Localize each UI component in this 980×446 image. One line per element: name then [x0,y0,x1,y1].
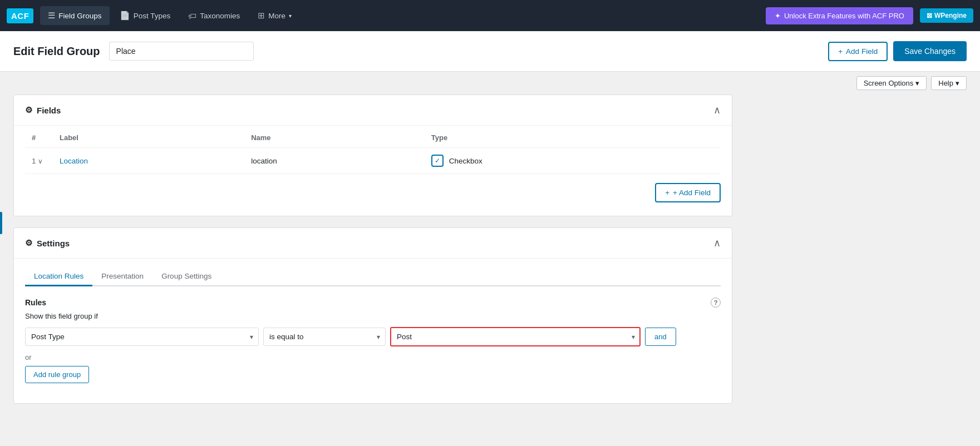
more-label: More [268,12,285,20]
add-field-label: Add Field [846,47,878,56]
settings-panel-header: ⚙ Settings ∧ [14,228,732,259]
wp-engine-logo: ⊠ WPengine [920,8,973,23]
fields-panel-body: # Label Name Type 1 ∨ Location [14,128,732,216]
col-name: Name [244,128,425,148]
screen-options-chevron-icon: ▾ [915,79,919,87]
row-chevron-icon[interactable]: ∨ [38,157,43,165]
nav-item-post-types[interactable]: 📄 Post Types [112,6,179,25]
taxonomies-icon: 🏷 [188,11,196,21]
fields-gear-icon: ⚙ [25,105,32,115]
help-label: Help [938,79,953,87]
field-group-name-input[interactable] [109,42,254,61]
fields-title-label: Fields [37,106,61,115]
help-chevron-icon: ▾ [956,79,959,87]
wp-engine-icon: ⊠ [927,12,932,19]
add-field-button-header[interactable]: + Add Field [828,42,888,61]
and-button[interactable]: and [645,328,676,346]
post-type-select[interactable]: Post Type [25,328,259,346]
value-select[interactable]: Post [390,327,641,346]
rules-help-icon[interactable]: ? [711,298,721,308]
tab-presentation[interactable]: Presentation [92,267,152,286]
nav-item-more[interactable]: ⊞ More ▾ [250,6,299,25]
help-button[interactable]: Help ▾ [931,76,967,90]
post-types-label: Post Types [134,12,171,20]
nav-item-taxonomies[interactable]: 🏷 Taxonomies [180,7,248,25]
settings-gear-icon: ⚙ [25,238,32,248]
taxonomies-label: Taxonomies [200,12,240,20]
row-num: 1 ∨ [25,148,53,174]
tab-group-settings[interactable]: Group Settings [152,267,220,286]
settings-panel: ⚙ Settings ∧ Location Rules Presentation… [13,227,732,404]
checkbox-type-icon: ✓ [431,155,444,167]
acf-logo: ACF [7,8,33,23]
main-content: ⚙ Fields ∧ # Label Name Type [0,95,746,428]
save-changes-button[interactable]: Save Changes [893,41,967,61]
table-row: 1 ∨ Location location ✓ Checkbox [25,148,721,174]
sub-header: Screen Options ▾ Help ▾ [0,72,980,95]
col-num: # [25,128,53,148]
wp-engine-label: WPengine [934,12,967,19]
rules-label-text: Rules [25,298,46,307]
plus-icon: + [838,47,843,56]
nav-item-field-groups[interactable]: ☰ Field Groups [40,6,109,25]
settings-panel-toggle[interactable]: ∧ [713,237,721,249]
star-icon: ✦ [775,12,781,20]
col-label: Label [53,128,244,148]
row-name-cell: location [244,148,425,174]
more-icon: ⊞ [258,11,265,21]
add-rule-group-button[interactable]: Add rule group [25,366,89,383]
or-label: or [25,353,721,361]
field-groups-label: Field Groups [58,12,101,20]
rules-label-row: Rules ? [25,298,721,308]
unlock-btn-label: Unlock Extra Features with ACF PRO [784,12,904,20]
header-actions: + Add Field Save Changes [828,41,967,61]
field-label-link[interactable]: Location [60,157,88,165]
col-type: Type [425,128,721,148]
operator-select[interactable]: is equal to [263,328,386,346]
rule-row: Post Type is equal to Post and [25,327,721,346]
show-if-label: Show this field group if [25,312,721,320]
add-field-bottom-label: + Add Field [673,189,711,197]
add-field-button-bottom[interactable]: + + Add Field [655,183,721,202]
settings-panel-body: Location Rules Presentation Group Settin… [14,267,732,403]
more-chevron-icon: ▾ [289,13,292,19]
field-groups-icon: ☰ [48,11,55,21]
post-type-select-wrapper: Post Type [25,328,259,346]
operator-select-wrapper: is equal to [263,328,386,346]
rules-section: Rules ? Show this field group if Post Ty… [25,298,721,392]
fields-table: # Label Name Type 1 ∨ Location [25,128,721,174]
fields-panel-title: ⚙ Fields [25,105,61,115]
top-navigation: ACF ☰ Field Groups 📄 Post Types 🏷 Taxono… [0,0,980,31]
screen-options-label: Screen Options [864,79,914,87]
screen-options-button[interactable]: Screen Options ▾ [856,76,927,90]
add-field-bottom: + + Add Field [25,174,721,205]
settings-tabs: Location Rules Presentation Group Settin… [25,267,721,286]
row-type-cell: ✓ Checkbox [425,148,721,174]
settings-panel-title: ⚙ Settings [25,238,70,248]
post-types-icon: 📄 [120,11,130,21]
fields-panel-toggle[interactable]: ∧ [713,104,721,116]
tab-location-rules[interactable]: Location Rules [25,267,92,286]
page-header: Edit Field Group + Add Field Save Change… [0,31,980,72]
settings-title-label: Settings [37,239,70,248]
page-title: Edit Field Group [13,45,100,58]
fields-panel-header: ⚙ Fields ∧ [14,95,732,126]
left-accent-marker [0,212,2,234]
unlock-acf-pro-button[interactable]: ✦ Unlock Extra Features with ACF PRO [766,7,913,24]
plus-icon-bottom: + [665,189,669,197]
row-label-cell: Location [53,148,244,174]
value-select-wrapper: Post [390,327,641,346]
fields-panel: ⚙ Fields ∧ # Label Name Type [13,95,732,216]
field-type-label: Checkbox [449,157,482,165]
save-changes-label: Save Changes [904,47,956,56]
